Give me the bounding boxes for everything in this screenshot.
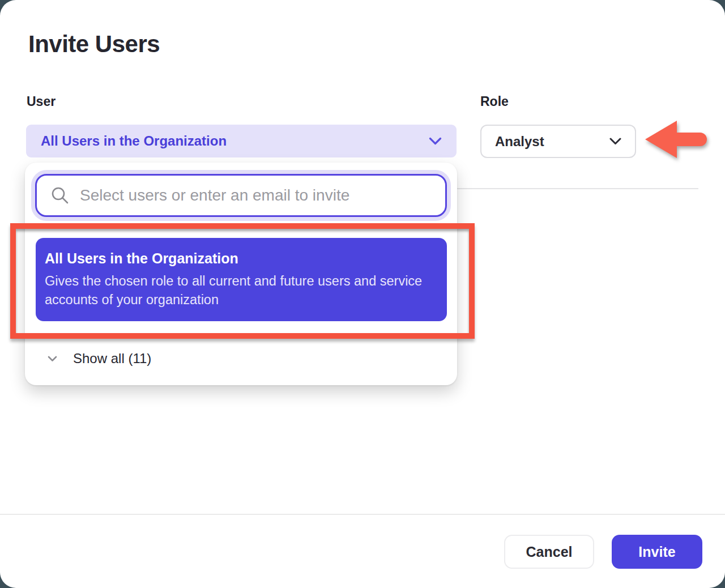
chevron-down-icon [48, 356, 57, 362]
role-field-label: Role [480, 94, 509, 109]
user-field-label: User [27, 94, 56, 109]
invite-users-dialog: Invite Users User Role All Users in the … [0, 0, 725, 588]
section-divider [457, 188, 698, 189]
cancel-button[interactable]: Cancel [504, 535, 594, 569]
user-dropdown-trigger[interactable]: All Users in the Organization [26, 125, 457, 157]
show-all-label: Show all (11) [73, 351, 151, 367]
show-all-toggle[interactable]: Show all (11) [25, 344, 457, 373]
search-icon [50, 186, 70, 205]
role-select-value: Analyst [495, 134, 544, 150]
role-select[interactable]: Analyst [480, 125, 636, 158]
user-search-input[interactable] [80, 186, 432, 204]
chevron-down-icon [609, 138, 621, 145]
dialog-title: Invite Users [28, 31, 160, 58]
chevron-down-icon [429, 137, 442, 146]
option-title: All Users in the Organization [45, 250, 436, 267]
option-description: Gives the chosen role to all current and… [45, 272, 436, 309]
invite-button[interactable]: Invite [612, 535, 702, 569]
dropdown-option-all-users[interactable]: All Users in the Organization Gives the … [36, 238, 447, 321]
user-dropdown-panel: All Users in the Organization Gives the … [25, 163, 457, 385]
red-pointer-arrow-icon [643, 118, 714, 164]
screen-backdrop: Invite Users User Role All Users in the … [0, 0, 725, 588]
footer-divider [0, 514, 725, 515]
user-dropdown-value: All Users in the Organization [41, 133, 227, 149]
user-search-field[interactable] [35, 174, 447, 217]
